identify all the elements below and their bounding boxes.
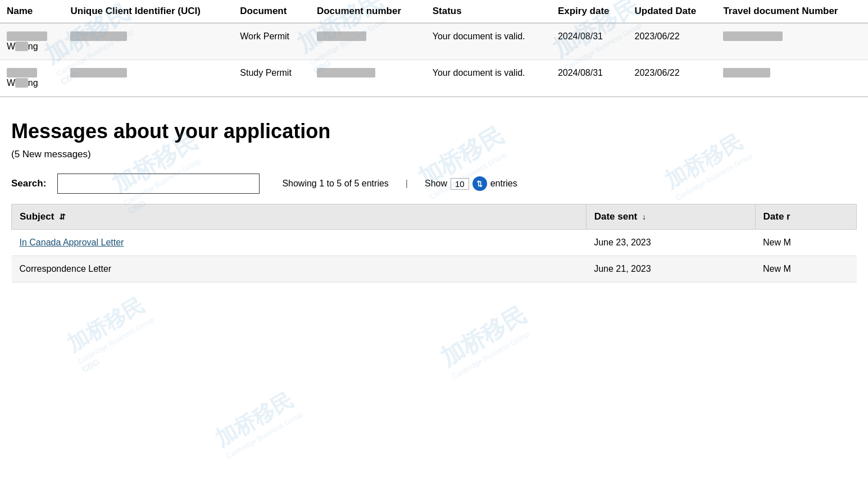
- table-row: In Canada Approval Letter June 23, 2023 …: [12, 230, 857, 256]
- cell-uci: 95-██ █ ███: [63, 60, 233, 97]
- messages-title: Messages about your application: [11, 120, 857, 143]
- msg-col-date-read: Date r: [755, 204, 856, 230]
- entries-number-display: 10: [451, 178, 469, 190]
- cell-doc-number: U███ █ ██: [310, 23, 426, 60]
- col-header-travel-doc: Travel document Number: [716, 0, 868, 23]
- cell-subject: Correspondence Letter: [12, 256, 587, 282]
- sort-down-icon: ↓: [642, 212, 646, 221]
- cell-subject[interactable]: In Canada Approval Letter: [12, 230, 587, 256]
- show-entries-block: Show 10 ⇅ entries: [425, 176, 517, 191]
- cell-status: Your document is valid.: [426, 60, 551, 97]
- sort-updown-icon: ⇵: [59, 212, 66, 221]
- messages-table: Subject ⇵ Date sent ↓ Date r In Canada A…: [11, 204, 857, 282]
- table-row: Correspondence Letter June 21, 2023 New …: [12, 256, 857, 282]
- cell-uci: 934x ██ ███: [63, 23, 233, 60]
- pipe-separator: |: [406, 179, 408, 189]
- msg-col-date-sent[interactable]: Date sent ↓: [586, 204, 755, 230]
- col-header-name: Name: [0, 0, 63, 23]
- documents-section: Name Unique Client Identifier (UCI) Docu…: [0, 0, 868, 97]
- col-header-status: Status: [426, 0, 551, 23]
- show-label: Show: [425, 179, 447, 189]
- search-row: Search: Showing 1 to 5 of 5 entries | Sh…: [11, 174, 857, 194]
- col-header-expiry-date: Expiry date: [551, 0, 628, 23]
- spinner-icon[interactable]: ⇅: [472, 176, 487, 191]
- col-header-updated-date: Updated Date: [628, 0, 717, 23]
- documents-table: Name Unique Client Identifier (UCI) Docu…: [0, 0, 868, 97]
- cell-updated: 2023/06/22: [628, 23, 717, 60]
- cell-doc-number: F3██.█ ███4: [310, 60, 426, 97]
- msg-col-subject[interactable]: Subject ⇵: [12, 204, 587, 230]
- cell-date-sent: June 23, 2023: [586, 230, 755, 256]
- search-input[interactable]: [57, 174, 260, 194]
- cell-date-sent: June 21, 2023: [586, 256, 755, 282]
- cell-updated: 2023/06/22: [628, 60, 717, 97]
- messages-section: Messages about your application (5 New m…: [0, 97, 868, 294]
- col-header-uci: Unique Client Identifier (UCI): [63, 0, 233, 23]
- entries-suffix: entries: [490, 179, 517, 189]
- cell-date-read: New M: [755, 256, 856, 282]
- entries-info: Showing 1 to 5 of 5 entries: [282, 179, 388, 189]
- col-header-doc-number: Document number: [310, 0, 426, 23]
- cell-date-read: New M: [755, 230, 856, 256]
- cell-document: Work Permit: [233, 23, 310, 60]
- cell-status: Your document is valid.: [426, 23, 551, 60]
- message-link[interactable]: In Canada Approval Letter: [20, 238, 124, 247]
- cell-name: ██████ W██ng: [0, 23, 63, 60]
- cell-travel-doc: B██████ ██: [716, 23, 868, 60]
- messages-count: (5 New messages): [11, 149, 857, 160]
- table-row: ██████ W██ng 934x ██ ███ Work Permit U██…: [0, 23, 868, 60]
- cell-name: ██ ██ W██ng: [0, 60, 63, 97]
- cell-expiry: 2024/08/31: [551, 23, 628, 60]
- cell-document: Study Permit: [233, 60, 310, 97]
- col-header-document: Document: [233, 0, 310, 23]
- cell-expiry: 2024/08/31: [551, 60, 628, 97]
- table-row: ██ ██ W██ng 95-██ █ ███ Study Permit F3█…: [0, 60, 868, 97]
- search-label: Search:: [11, 178, 46, 189]
- cell-travel-doc: B██ ████: [716, 60, 868, 97]
